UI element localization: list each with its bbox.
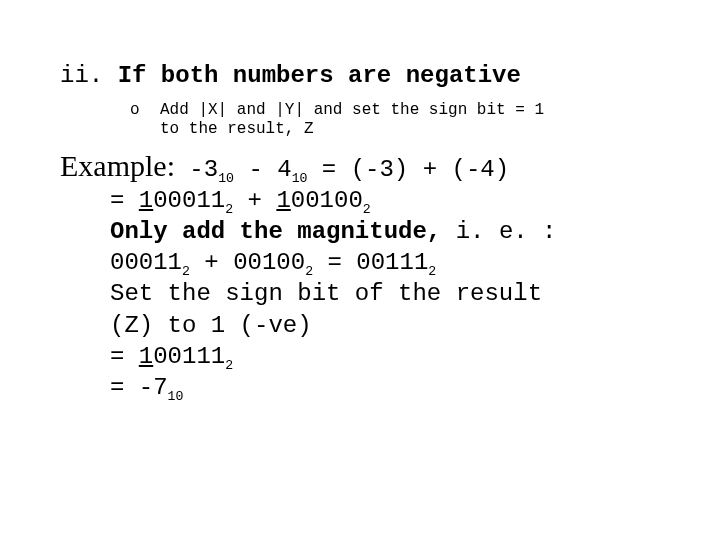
l4-plus: + 00100 [190,249,305,276]
l2-u2: 1 [276,187,290,214]
l5-text: Set the sign bit of the result [110,280,542,307]
heading-marker: ii. [60,62,103,89]
line-magnitude-sum: 000112 + 001002 = 001112 [110,247,680,278]
line-binary-sum: = 1000112 + 1001002 [110,185,680,216]
sub-bullet: o Add |X| and |Y| and set the sign bit =… [160,101,680,139]
sub-10a: 10 [218,170,234,185]
slide-content: ii. If both numbers are negative o Add |… [0,0,720,403]
body-lines: Example: -310 - 410 = (-3) + (-4) = 1000… [60,146,680,404]
expr-pre: -3 [175,156,218,183]
l2-plus: + [233,187,276,214]
line-result-dec: = -710 [110,372,680,403]
l8-pre: = -7 [110,374,168,401]
l4-sub2c: 2 [428,264,436,279]
example-line: Example: -310 - 410 = (-3) + (-4) [60,146,680,185]
l2-u1: 1 [139,187,153,214]
l7-sub2: 2 [225,357,233,372]
l4-eq: = 00111 [313,249,428,276]
l7-u: 1 [139,343,153,370]
line-only-add: Only add the magnitude, i. e. : [110,216,680,247]
example-label: Example: [60,149,175,182]
line-set-sign1: Set the sign bit of the result [110,278,680,309]
bullet-line2: to the result, Z [160,120,314,138]
sub-10b: 10 [292,170,308,185]
l2-pre: = [110,187,139,214]
l4-sub2b: 2 [305,264,313,279]
line-result-bin: = 1001112 [110,341,680,372]
line-set-sign2: (Z) to 1 (-ve) [110,310,680,341]
heading-line: ii. If both numbers are negative [60,60,680,91]
l3-rest: i. e. : [441,218,556,245]
l7-pre: = [110,343,139,370]
l2-sub2b: 2 [363,202,371,217]
l4-sub2a: 2 [182,264,190,279]
l7-rest: 00111 [153,343,225,370]
l3-bold: Only add the magnitude, [110,218,441,245]
expr-mid1: - 4 [234,156,292,183]
bullet-line1: Add |X| and |Y| and set the sign bit = 1 [160,101,544,119]
l2-sub2a: 2 [225,202,233,217]
l4-a: 00011 [110,249,182,276]
l8-sub10: 10 [168,389,184,404]
l2-mid1: 00011 [153,187,225,214]
l2-mid2: 00100 [291,187,363,214]
bullet-marker: o [130,101,140,120]
expr-post: = (-3) + (-4) [307,156,509,183]
l6-text: (Z) to 1 (-ve) [110,312,312,339]
heading-text: If both numbers are negative [118,62,521,89]
